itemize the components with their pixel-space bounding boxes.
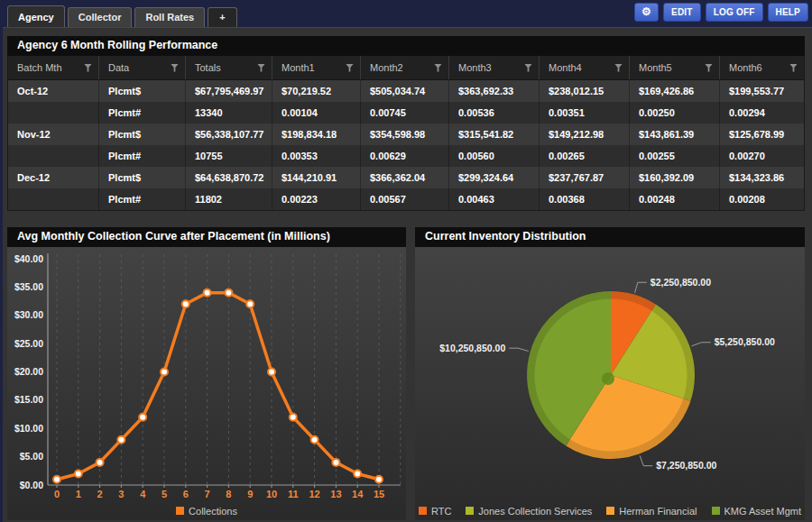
rolling-performance-panel: Agency 6 Month Rolling Performance Batch…: [7, 36, 805, 211]
table-row: Oct-12Plcmt$$67,795,469.97$70,219.52$505…: [8, 80, 804, 102]
pie-chart: $2,250,850.00$5,250,850.00$7,250,850.00$…: [415, 247, 805, 501]
filter-icon[interactable]: [434, 64, 442, 72]
grid-header-row: Batch MthDataTotalsMonth1Month2Month3Mon…: [8, 56, 804, 80]
legend-item-kmg-asset-mgmt: KMG Asset Mgmt: [712, 506, 802, 517]
svg-text:9: 9: [247, 489, 253, 499]
column-header-label: Month2: [370, 62, 403, 73]
column-header-month6[interactable]: Month6: [720, 56, 804, 79]
column-header-month3[interactable]: Month3: [449, 56, 540, 79]
filter-icon[interactable]: [346, 64, 354, 72]
value-cell: 0.00567: [361, 188, 449, 210]
value-cell: $125,678.99: [720, 124, 804, 145]
value-cell: 0.00294: [720, 102, 804, 124]
table-row: Plcmt#118020.002230.005670.004630.003680…: [8, 188, 804, 210]
value-cell: 0.00255: [630, 145, 720, 167]
column-header-label: Batch Mth: [17, 62, 62, 73]
column-header-month4[interactable]: Month4: [540, 56, 630, 79]
svg-text:6: 6: [183, 489, 189, 499]
column-header-month5[interactable]: Month5: [630, 56, 720, 79]
svg-text:13: 13: [330, 489, 341, 499]
value-cell: 0.00629: [361, 145, 449, 167]
add-tab-button[interactable]: +: [208, 7, 236, 27]
column-header-label: Month5: [639, 62, 672, 73]
svg-text:$15.00: $15.00: [14, 394, 43, 405]
legend-label: KMG Asset Mgmt: [724, 506, 802, 517]
column-header-label: Month1: [281, 62, 315, 73]
data-type-cell: Plcmt#: [99, 145, 186, 167]
value-cell: 0.00745: [361, 102, 449, 124]
svg-text:$2,250,850.00: $2,250,850.00: [651, 277, 711, 288]
value-cell: 0.00223: [272, 188, 361, 210]
value-cell: $238,012.15: [540, 80, 630, 102]
column-header-totals[interactable]: Totals: [186, 56, 272, 79]
svg-text:1: 1: [76, 489, 81, 499]
performance-grid: Batch MthDataTotalsMonth1Month2Month3Mon…: [7, 56, 805, 211]
value-cell: 0.00208: [720, 188, 804, 210]
table-row: Dec-12Plcmt$$64,638,870.72$144,210.91$36…: [8, 167, 804, 188]
value-cell: 0.00248: [630, 188, 720, 210]
filter-icon[interactable]: [789, 64, 798, 72]
line-chart-body: $0.00$5.00$10.00$15.00$20.00$25.00$30.00…: [7, 247, 406, 520]
batch-month-cell: Nov-12: [8, 124, 99, 145]
legend-item-jones-collection-services: Jones Collection Services: [466, 506, 592, 517]
svg-text:14: 14: [352, 489, 364, 499]
svg-text:$0.00: $0.00: [20, 480, 43, 490]
svg-text:2: 2: [97, 489, 103, 499]
filter-icon[interactable]: [614, 64, 623, 72]
column-header-label: Totals: [195, 62, 221, 73]
svg-text:10: 10: [266, 489, 277, 499]
column-header-label: Month4: [549, 62, 582, 73]
column-header-batch-mth[interactable]: Batch Mth: [8, 56, 99, 79]
value-cell: 0.00368: [540, 188, 630, 210]
value-cell: 0.00250: [630, 102, 720, 124]
value-cell: $134,323.86: [720, 167, 804, 188]
line-chart-title: Avg Monthly Collection Curve after Place…: [7, 227, 406, 247]
tab-agency[interactable]: Agency: [7, 5, 65, 27]
legend-swatch: [176, 507, 184, 515]
batch-month-cell: [8, 102, 99, 124]
svg-text:$40.00: $40.00: [14, 253, 43, 264]
legend-swatch: [606, 507, 614, 515]
filter-icon[interactable]: [171, 64, 179, 72]
svg-text:15: 15: [374, 489, 384, 499]
column-header-month1[interactable]: Month1: [272, 56, 361, 79]
value-cell: $299,324.64: [449, 167, 540, 188]
svg-text:$10,250,850.00: $10,250,850.00: [439, 343, 505, 353]
log-off-button[interactable]: LOG OFF: [706, 3, 763, 22]
value-cell: $70,219.52: [272, 80, 361, 102]
legend-label: RTC: [431, 506, 451, 517]
value-cell: $56,338,107.77: [186, 124, 272, 145]
filter-icon[interactable]: [84, 64, 92, 72]
filter-icon[interactable]: [257, 64, 265, 72]
value-cell: 0.00351: [540, 102, 630, 124]
data-type-cell: Plcmt$: [99, 124, 186, 145]
data-type-cell: Plcmt$: [99, 80, 186, 102]
edit-button[interactable]: EDIT: [663, 3, 701, 22]
value-cell: 0.00104: [272, 102, 361, 124]
svg-text:$5,250,850.00: $5,250,850.00: [715, 336, 775, 347]
tab-bar: AgencyCollectorRoll Rates+: [7, 5, 237, 27]
svg-text:$5.00: $5.00: [20, 451, 43, 462]
column-header-data[interactable]: Data: [99, 56, 186, 79]
value-cell: 0.00463: [449, 188, 540, 210]
value-cell: 11802: [186, 188, 272, 210]
settings-button[interactable]: ⚙: [634, 3, 659, 22]
collection-curve-panel: Avg Monthly Collection Curve after Place…: [7, 227, 406, 520]
filter-icon[interactable]: [524, 64, 532, 72]
svg-text:0: 0: [54, 489, 60, 499]
column-header-label: Data: [108, 62, 129, 73]
svg-text:12: 12: [309, 489, 319, 499]
value-cell: $198,834.18: [272, 124, 361, 145]
batch-month-cell: Dec-12: [8, 167, 99, 188]
value-cell: $144,210.91: [272, 167, 361, 188]
rolling-performance-title: Agency 6 Month Rolling Performance: [7, 36, 805, 56]
left-edge-strip: [0, 0, 3, 522]
filter-icon[interactable]: [705, 64, 713, 72]
help-button[interactable]: HELP: [768, 3, 808, 22]
column-header-month2[interactable]: Month2: [361, 56, 449, 79]
table-row: Nov-12Plcmt$$56,338,107.77$198,834.18$35…: [8, 124, 804, 145]
tab-roll-rates[interactable]: Roll Rates: [134, 7, 205, 27]
tab-collector[interactable]: Collector: [68, 7, 133, 27]
svg-text:$20.00: $20.00: [14, 366, 43, 377]
batch-month-cell: [8, 188, 99, 210]
